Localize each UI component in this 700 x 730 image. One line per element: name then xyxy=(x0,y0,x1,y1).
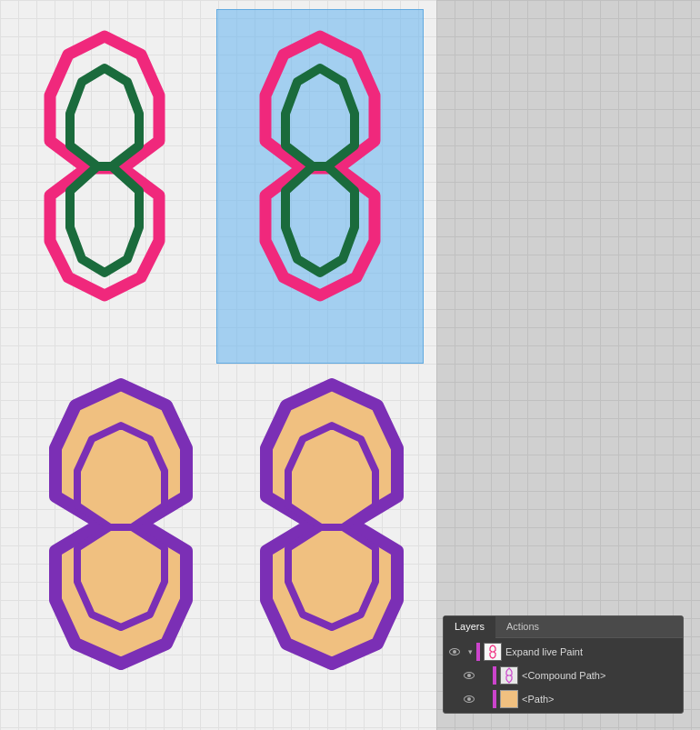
layer-name-path: <Path> xyxy=(522,694,554,705)
layer-name-expand-live-paint: Expand live Paint xyxy=(505,646,583,657)
shape-top-left xyxy=(50,36,159,295)
shape-top-right xyxy=(265,36,375,295)
tab-layers[interactable]: Layers xyxy=(444,616,495,638)
thumbnail-expand-live-paint xyxy=(484,643,502,661)
eye-icon-path xyxy=(464,695,475,703)
color-bar-expand xyxy=(476,643,480,661)
layer-name-compound-path: <Compound Path> xyxy=(522,670,605,681)
shape-bottom-left xyxy=(55,385,186,664)
layer-row-expand-live-paint[interactable]: ▾ Expand live Paint xyxy=(444,640,683,664)
eye-icon xyxy=(449,648,460,655)
thumbnail-path xyxy=(500,690,518,708)
color-bar-compound xyxy=(493,666,496,685)
visibility-toggle-expand[interactable] xyxy=(447,645,462,659)
shape-bottom-right xyxy=(266,385,397,664)
thumbnail-compound-path xyxy=(500,666,518,685)
tab-actions[interactable]: Actions xyxy=(495,616,550,637)
layer-row-path[interactable]: <Path> xyxy=(444,687,683,711)
visibility-toggle-compound[interactable] xyxy=(462,668,476,683)
layers-tabs: Layers Actions xyxy=(444,616,683,638)
expand-arrow[interactable]: ▾ xyxy=(464,645,476,658)
layers-panel: Layers Actions ▾ Expand live Paint xyxy=(443,615,684,714)
layer-row-compound-path[interactable]: <Compound Path> xyxy=(444,664,683,687)
eye-icon-compound xyxy=(464,672,475,679)
layers-content: ▾ Expand live Paint <Compound Path> xyxy=(444,638,683,713)
color-bar-path xyxy=(493,690,496,708)
visibility-toggle-path[interactable] xyxy=(462,692,476,706)
